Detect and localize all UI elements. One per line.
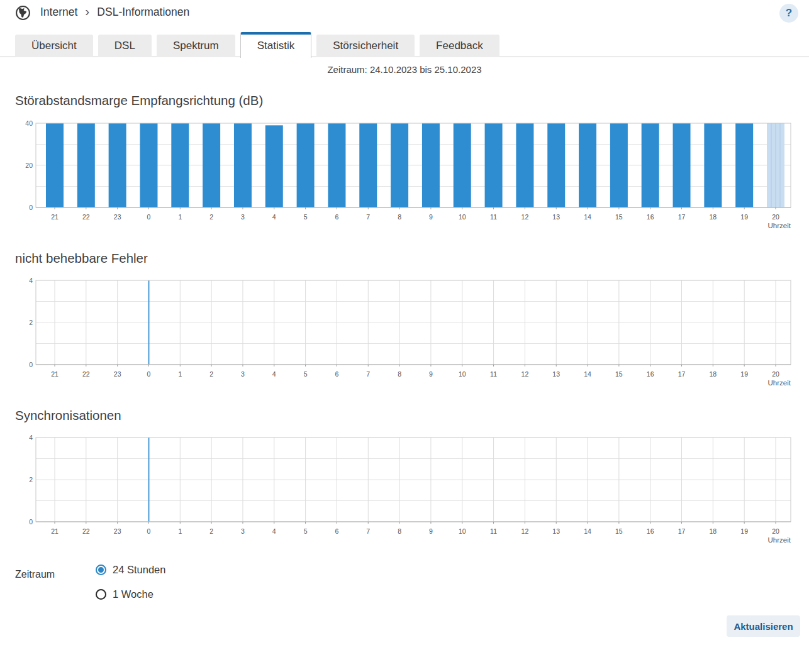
breadcrumb-current-page: DSL-Informationen: [97, 6, 189, 19]
svg-text:22: 22: [82, 213, 90, 221]
svg-text:8: 8: [398, 213, 401, 221]
svg-text:4: 4: [272, 213, 276, 221]
svg-text:13: 13: [552, 213, 560, 221]
svg-text:19: 19: [740, 213, 748, 221]
svg-text:1: 1: [178, 527, 182, 535]
radio-option-1-woche[interactable]: 1 Woche: [96, 588, 153, 600]
svg-text:19: 19: [740, 370, 748, 378]
svg-text:16: 16: [647, 213, 654, 221]
dsl-statistik-page: Internet › DSL-Informationen ? Übersicht…: [0, 0, 809, 672]
svg-text:7: 7: [366, 213, 370, 221]
zeitraum-group-label: Zeitraum: [15, 569, 55, 580]
svg-text:7: 7: [366, 527, 370, 535]
radio-option-24-stunden[interactable]: 24 Stunden: [96, 564, 165, 576]
svg-text:15: 15: [615, 527, 623, 535]
svg-text:16: 16: [647, 527, 654, 535]
svg-text:9: 9: [429, 370, 433, 378]
svg-text:22: 22: [82, 527, 90, 535]
snr-downstream-chart: 2122230123456789101112131415161718192002…: [0, 119, 809, 232]
svg-text:12: 12: [522, 370, 529, 378]
svg-text:19: 19: [740, 527, 748, 535]
breadcrumb-chevron-icon: ›: [85, 4, 89, 18]
svg-text:Uhrzeit: Uhrzeit: [768, 536, 791, 544]
help-button[interactable]: ?: [779, 4, 798, 23]
tab-feedback[interactable]: Feedback: [420, 35, 499, 57]
svg-text:0: 0: [147, 370, 151, 378]
chart-title-syncs: Synchronisationen: [15, 408, 121, 423]
tab-dsl[interactable]: DSL: [98, 35, 152, 57]
svg-text:4: 4: [29, 277, 33, 284]
svg-text:10: 10: [459, 527, 466, 535]
svg-text:13: 13: [552, 370, 560, 378]
tab-bar: Übersicht DSL Spektrum Statistik Störsic…: [15, 31, 499, 57]
svg-text:Uhrzeit: Uhrzeit: [768, 379, 791, 387]
tab-spektrum[interactable]: Spektrum: [157, 35, 235, 57]
svg-text:3: 3: [241, 527, 245, 535]
svg-text:11: 11: [490, 527, 497, 535]
svg-text:20: 20: [25, 162, 33, 169]
svg-text:9: 9: [429, 527, 433, 535]
svg-text:4: 4: [272, 527, 276, 535]
svg-text:11: 11: [490, 213, 497, 221]
svg-text:11: 11: [490, 370, 497, 378]
svg-text:0: 0: [147, 527, 151, 535]
svg-text:0: 0: [147, 213, 151, 221]
svg-text:2: 2: [209, 213, 213, 221]
svg-text:5: 5: [304, 213, 308, 221]
svg-text:23: 23: [114, 213, 121, 221]
svg-text:23: 23: [114, 370, 121, 378]
svg-text:9: 9: [429, 213, 433, 221]
svg-text:13: 13: [552, 527, 560, 535]
aktualisieren-button[interactable]: Aktualisieren: [727, 615, 800, 637]
svg-text:15: 15: [615, 370, 623, 378]
radio-24-stunden-label: 24 Stunden: [113, 564, 165, 576]
svg-text:1: 1: [178, 213, 182, 221]
svg-text:4: 4: [272, 370, 276, 378]
page-header: Internet › DSL-Informationen ?: [0, 0, 809, 28]
svg-text:Uhrzeit: Uhrzeit: [768, 222, 791, 229]
svg-text:10: 10: [459, 213, 466, 221]
breadcrumb: Internet › DSL-Informationen: [40, 6, 189, 19]
svg-text:4: 4: [29, 434, 33, 441]
tab-statistik[interactable]: Statistik: [240, 32, 312, 58]
svg-text:1: 1: [178, 370, 182, 378]
tab-uebersicht[interactable]: Übersicht: [15, 35, 93, 57]
svg-text:12: 12: [522, 527, 529, 535]
svg-text:40: 40: [25, 119, 33, 127]
svg-text:22: 22: [82, 370, 90, 378]
svg-text:2: 2: [209, 370, 213, 378]
svg-text:20: 20: [772, 370, 779, 378]
tab-stoersicherheit[interactable]: Störsicherheit: [316, 35, 415, 57]
svg-text:8: 8: [398, 527, 401, 535]
svg-text:14: 14: [584, 370, 591, 378]
svg-text:12: 12: [522, 213, 529, 221]
svg-text:17: 17: [678, 527, 686, 535]
svg-text:16: 16: [647, 370, 654, 378]
svg-text:17: 17: [678, 370, 686, 378]
breadcrumb-internet-link[interactable]: Internet: [40, 6, 77, 19]
svg-text:21: 21: [51, 213, 59, 221]
svg-text:6: 6: [335, 370, 339, 378]
period-range-label: Zeitraum: 24.10.2023 bis 25.10.2023: [0, 64, 809, 75]
synchronisations-chart: 2122230123456789101112131415161718192002…: [0, 433, 809, 546]
svg-text:21: 21: [51, 527, 59, 535]
svg-text:2: 2: [209, 527, 213, 535]
radio-selected-icon: [96, 565, 106, 575]
svg-text:8: 8: [398, 370, 401, 378]
radio-1-woche-label: 1 Woche: [113, 588, 153, 600]
svg-text:20: 20: [772, 527, 779, 535]
svg-text:6: 6: [335, 527, 339, 535]
svg-text:2: 2: [29, 476, 33, 483]
svg-text:18: 18: [710, 370, 717, 378]
svg-text:18: 18: [710, 213, 717, 221]
svg-text:5: 5: [304, 527, 308, 535]
chart-title-errors: nicht behebbare Fehler: [15, 251, 148, 266]
svg-text:3: 3: [241, 370, 245, 378]
svg-text:0: 0: [29, 361, 33, 368]
svg-text:0: 0: [29, 204, 33, 211]
svg-text:20: 20: [772, 213, 779, 221]
svg-text:7: 7: [366, 370, 370, 378]
svg-text:3: 3: [241, 213, 245, 221]
svg-text:17: 17: [678, 213, 686, 221]
svg-text:14: 14: [584, 527, 591, 535]
